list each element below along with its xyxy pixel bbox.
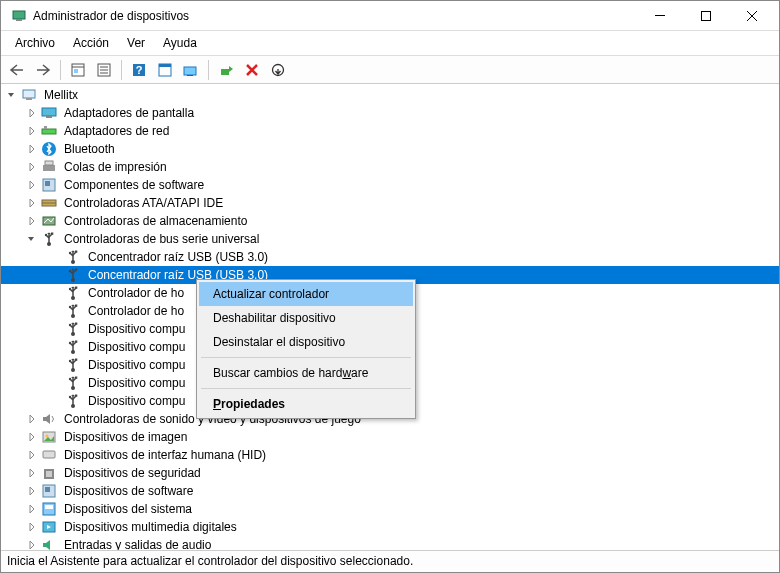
expand-arrow-icon[interactable] [25,430,39,444]
menu-view[interactable]: Ver [119,33,153,53]
ctx-separator [201,388,411,389]
usb-device-icon [65,285,81,301]
expand-arrow-icon[interactable] [25,520,39,534]
svg-rect-83 [46,471,52,477]
tree-category[interactable]: Adaptadores de pantalla [1,104,779,122]
hid-icon [41,447,57,463]
svg-rect-26 [46,116,52,118]
tree-category[interactable]: Adaptadores de red [1,122,779,140]
printer-icon [41,159,57,175]
svg-rect-25 [42,108,56,116]
tree-device-label: Dispositivo compu [85,321,188,337]
expand-arrow-icon[interactable] [25,484,39,498]
usb-device-icon [65,321,81,337]
svg-point-59 [69,324,71,326]
usb-device-icon [65,303,81,319]
expand-arrow-icon[interactable] [25,196,39,210]
svg-rect-56 [75,305,77,307]
expand-arrow-icon[interactable] [25,538,39,550]
app-icon [11,8,27,24]
expand-arrow-icon[interactable] [25,142,39,156]
tree-root[interactable]: Mellitx [1,86,779,104]
tree-category-label: Adaptadores de pantalla [61,105,197,121]
menu-help[interactable]: Ayuda [155,33,205,53]
menu-bar: Archivo Acción Ver Ayuda [1,31,779,56]
forward-button[interactable] [31,58,55,82]
tree-category[interactable]: Componentes de software [1,176,779,194]
back-button[interactable] [5,58,29,82]
tree-category[interactable]: Bluetooth [1,140,779,158]
expand-arrow-icon[interactable] [25,466,39,480]
expand-arrow-icon[interactable] [25,178,39,192]
tree-device[interactable]: Concentrador raíz USB (USB 3.0) [1,248,779,266]
tree-category-label: Dispositivos del sistema [61,501,195,517]
expand-arrow-icon[interactable] [25,412,39,426]
svg-point-78 [46,435,49,438]
action-button[interactable] [153,58,177,82]
ctx-update-driver[interactable]: Actualizar controlador [199,282,413,306]
expand-arrow-icon[interactable] [25,214,39,228]
toolbar-separator [121,60,122,80]
ctx-uninstall-device[interactable]: Desinstalar el dispositivo [199,330,413,354]
disable-button[interactable] [266,58,290,82]
tree-category-label: Adaptadores de red [61,123,172,139]
net-icon [41,123,57,139]
svg-point-75 [69,396,71,398]
tree-category[interactable]: Dispositivos de interfaz humana (HID) [1,446,779,464]
svg-point-67 [69,360,71,362]
ctx-separator [201,357,411,358]
expand-arrow-icon[interactable] [25,160,39,174]
update-driver-button[interactable] [214,58,238,82]
tree-category-label: Dispositivos de imagen [61,429,190,445]
svg-rect-17 [184,67,196,75]
usb-device-icon [65,357,81,373]
help-button[interactable]: ? [127,58,151,82]
tree-device-label: Dispositivo compu [85,339,188,355]
tree-category[interactable]: Entradas y salidas de audio [1,536,779,550]
window-title: Administrador de dispositivos [33,9,637,23]
expand-arrow-icon[interactable] [25,448,39,462]
expand-arrow-icon[interactable] [25,124,39,138]
bt-icon [41,141,57,157]
uninstall-button[interactable] [240,58,264,82]
tree-category[interactable]: Dispositivos multimedia digitales [1,518,779,536]
minimize-button[interactable] [637,1,683,31]
ctx-properties[interactable]: Propiedades [199,392,413,416]
context-menu: Actualizar controlador Deshabilitar disp… [196,279,416,419]
tree-category[interactable]: Colas de impresión [1,158,779,176]
svg-rect-72 [75,377,77,379]
ctx-disable-device[interactable]: Deshabilitar dispositivo [199,306,413,330]
expand-arrow-icon[interactable] [5,88,19,102]
tree-device-label: Concentrador raíz USB (USB 3.0) [85,249,271,265]
show-hide-tree-button[interactable] [66,58,90,82]
maximize-button[interactable] [683,1,729,31]
status-bar: Inicia el Asistente para actualizar el c… [1,550,779,572]
tree-category-label: Dispositivos multimedia digitales [61,519,240,535]
tree-category[interactable]: Dispositivos del sistema [1,500,779,518]
tree-device-label: Dispositivo compu [85,357,188,373]
tree-category[interactable]: Controladoras de almacenamiento [1,212,779,230]
svg-rect-64 [75,341,77,343]
tree-category[interactable]: Controladoras ATA/ATAPI IDE [1,194,779,212]
ctx-scan-hardware[interactable]: Buscar cambios de hardware [199,361,413,385]
tree-category-label: Controladoras de bus serie universal [61,231,262,247]
ide-icon [41,195,57,211]
svg-rect-28 [44,126,47,129]
scan-hardware-button[interactable] [179,58,203,82]
tree-category[interactable]: Dispositivos de software [1,482,779,500]
expand-arrow-icon[interactable] [25,232,39,246]
menu-file[interactable]: Archivo [7,33,63,53]
tree-category[interactable]: Dispositivos de imagen [1,428,779,446]
close-button[interactable] [729,1,775,31]
svg-rect-19 [221,69,229,75]
svg-rect-30 [43,165,55,171]
usb-device-icon [65,375,81,391]
menu-action[interactable]: Acción [65,33,117,53]
expand-arrow-icon[interactable] [25,106,39,120]
svg-rect-40 [51,233,53,235]
tree-category[interactable]: Dispositivos de seguridad [1,464,779,482]
expand-arrow-icon[interactable] [25,502,39,516]
properties-button[interactable] [92,58,116,82]
tree-device-label: Dispositivo compu [85,375,188,391]
tree-category[interactable]: Controladoras de bus serie universal [1,230,779,248]
